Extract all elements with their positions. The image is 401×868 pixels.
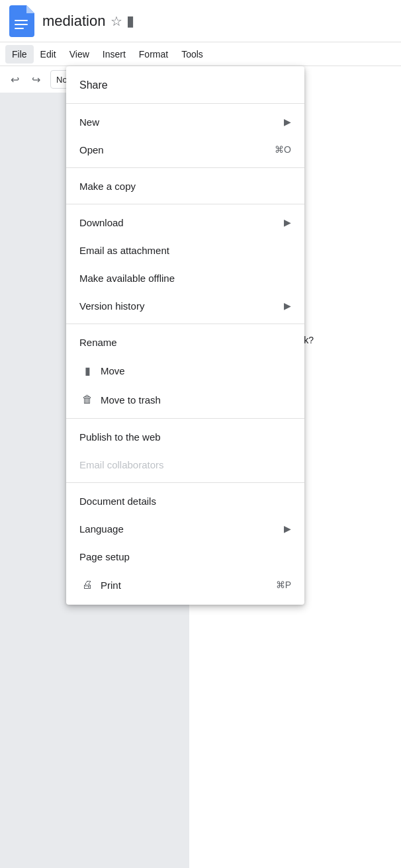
menu-insert[interactable]: Insert (96, 45, 132, 64)
download-arrow-icon: ▶ (284, 217, 291, 228)
menu-item-page-setup[interactable]: Page setup (66, 542, 304, 570)
document-title: mediation (42, 13, 105, 30)
open-shortcut: ⌘O (275, 144, 291, 155)
new-arrow-icon: ▶ (284, 116, 291, 127)
svg-rect-0 (15, 20, 28, 21)
folder-icon: ▮ (126, 13, 134, 30)
print-label: Print (101, 580, 271, 591)
svg-rect-1 (15, 24, 28, 25)
menu-item-publish-web[interactable]: Publish to the web (66, 423, 304, 451)
separator-2 (66, 167, 304, 168)
menu-bar: File Edit View Insert Format Tools (0, 42, 401, 66)
menu-item-new[interactable]: New ▶ (66, 108, 304, 136)
menu-file[interactable]: File (5, 45, 34, 64)
menu-item-email-attachment[interactable]: Email as attachment (66, 236, 304, 264)
language-arrow-icon: ▶ (284, 523, 291, 534)
menu-item-move-trash[interactable]: 🗑 Move to trash (66, 385, 304, 414)
separator-4 (66, 324, 304, 324)
menu-view[interactable]: View (63, 45, 96, 64)
print-shortcut: ⌘P (276, 580, 291, 590)
share-label: Share (79, 79, 108, 91)
open-label: Open (79, 144, 269, 155)
document-details-label: Document details (79, 496, 291, 507)
separator-5 (66, 418, 304, 419)
folder-move-icon: ▮ (79, 363, 95, 378)
language-label: Language (79, 523, 279, 535)
separator-1 (66, 103, 304, 104)
separator-3 (66, 204, 304, 204)
menu-edit[interactable]: Edit (34, 45, 63, 64)
menu-tools[interactable]: Tools (175, 45, 210, 64)
app-icon (8, 5, 34, 37)
email-collaborators-label: Email collaborators (79, 459, 291, 470)
menu-item-rename[interactable]: Rename (66, 328, 304, 356)
menu-item-make-offline[interactable]: Make available offline (66, 264, 304, 292)
move-label: Move (101, 365, 291, 376)
download-label: Download (79, 217, 279, 228)
menu-item-document-details[interactable]: Document details (66, 487, 304, 515)
printer-icon: 🖨 (79, 577, 95, 593)
rename-label: Rename (79, 337, 291, 348)
email-attachment-label: Email as attachment (79, 245, 291, 256)
version-history-arrow-icon: ▶ (284, 300, 291, 311)
top-bar: mediation ☆ ▮ (0, 0, 401, 42)
menu-item-make-copy[interactable]: Make a copy (66, 172, 304, 200)
menu-item-version-history[interactable]: Version history ▶ (66, 292, 304, 320)
new-label: New (79, 116, 279, 128)
separator-6 (66, 482, 304, 483)
menu-item-email-collaborators: Email collaborators (66, 451, 304, 478)
make-offline-label: Make available offline (79, 273, 291, 284)
trash-icon: 🗑 (79, 392, 95, 408)
redo-button[interactable]: ↪ (26, 70, 45, 89)
make-copy-label: Make a copy (79, 181, 291, 192)
svg-rect-2 (15, 28, 24, 29)
menu-item-move[interactable]: ▮ Move (66, 356, 304, 385)
menu-item-language[interactable]: Language ▶ (66, 515, 304, 542)
file-dropdown-menu: Share New ▶ Open ⌘O Make a copy Download… (66, 66, 304, 605)
publish-web-label: Publish to the web (79, 431, 291, 443)
menu-format[interactable]: Format (132, 45, 175, 64)
star-icon[interactable]: ☆ (111, 13, 122, 29)
move-trash-label: Move to trash (101, 394, 291, 406)
menu-item-share[interactable]: Share (66, 71, 304, 99)
page-setup-label: Page setup (79, 551, 291, 562)
menu-item-open[interactable]: Open ⌘O (66, 136, 304, 163)
version-history-label: Version history (79, 300, 279, 312)
menu-item-print[interactable]: 🖨 Print ⌘P (66, 570, 304, 599)
undo-button[interactable]: ↩ (5, 70, 24, 89)
menu-item-download[interactable]: Download ▶ (66, 208, 304, 236)
